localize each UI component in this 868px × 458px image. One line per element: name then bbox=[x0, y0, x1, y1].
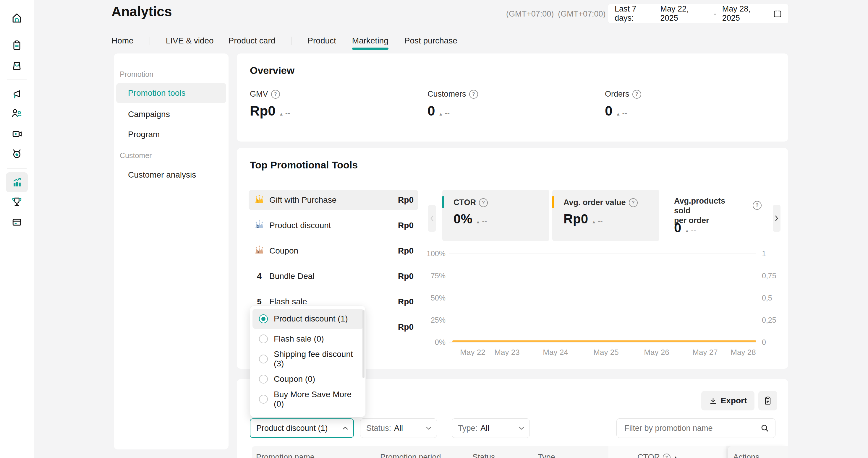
delta-up-icon: ▲ bbox=[476, 219, 480, 224]
tool-name: Coupon bbox=[269, 246, 298, 256]
tab-product[interactable]: Product bbox=[307, 36, 336, 45]
video-camera-icon[interactable] bbox=[10, 127, 24, 141]
column-label: CTOR bbox=[638, 453, 660, 458]
tool-value: Rp0 bbox=[398, 322, 413, 332]
timezone-label: (GMT+07:00) (GMT+07:00) bbox=[506, 9, 606, 19]
option-label: Product discount (1) bbox=[274, 314, 348, 324]
calendar-icon bbox=[773, 9, 782, 18]
page-title: Analytics bbox=[112, 4, 172, 20]
status-filter[interactable]: Status: All bbox=[360, 418, 437, 438]
tab-product-card[interactable]: Product card bbox=[228, 36, 276, 45]
column-actions: Actions bbox=[733, 453, 760, 458]
delta-value: -- bbox=[691, 225, 696, 234]
y-axis-left-tick: 75% bbox=[414, 271, 445, 280]
metric-card-avg-order-value[interactable]: Avg. order value? Rp0▲-- bbox=[552, 190, 659, 241]
svg-text:1: 1 bbox=[257, 199, 259, 203]
date-range-picker[interactable]: Last 7 days: May 22, 2025 - May 28, 2025 bbox=[608, 4, 789, 23]
gridline bbox=[450, 298, 756, 298]
option-product-discount[interactable]: Product discount (1) bbox=[252, 309, 364, 329]
metric-label: CTOR bbox=[454, 198, 476, 207]
help-icon[interactable]: ? bbox=[469, 90, 478, 99]
delta-value: -- bbox=[598, 217, 603, 225]
y-axis-right-tick: 1 bbox=[762, 250, 766, 258]
download-icon bbox=[709, 396, 717, 405]
type-filter[interactable]: Type: All bbox=[452, 418, 530, 438]
megaphone-marketing-icon[interactable] bbox=[10, 87, 24, 101]
tool-row-gift-with-purchase[interactable]: 1 Gift with Purchase Rp0 bbox=[249, 190, 418, 210]
carousel-left-button[interactable] bbox=[428, 205, 436, 232]
tool-name: Product discount bbox=[269, 221, 331, 230]
menu-section-customer: Customer bbox=[120, 151, 152, 160]
menu-item-campaigns[interactable]: Campaigns bbox=[116, 104, 226, 124]
radio-selected-icon[interactable] bbox=[259, 315, 268, 323]
help-icon[interactable]: ? bbox=[479, 198, 488, 207]
date-range-label: Last 7 days: bbox=[615, 4, 657, 23]
shopping-bag-icon[interactable] bbox=[10, 58, 24, 72]
help-icon[interactable]: ? bbox=[663, 454, 671, 458]
x-axis-tick: May 24 bbox=[543, 348, 568, 357]
radio-icon[interactable] bbox=[259, 355, 268, 363]
menu-item-label: Program bbox=[128, 130, 160, 139]
accent-bar bbox=[442, 196, 444, 208]
delta-up-icon: ▲ bbox=[616, 111, 621, 117]
crown-silver-icon: 2 bbox=[253, 220, 265, 231]
top-tools-title: Top Promotional Tools bbox=[250, 159, 358, 171]
tab-divider bbox=[291, 37, 291, 45]
radio-icon[interactable] bbox=[259, 375, 268, 384]
tool-row-bundle-deal[interactable]: 4 Bundle Deal Rp0 bbox=[249, 266, 418, 286]
export-button[interactable]: Export bbox=[701, 391, 754, 411]
customers-icon[interactable] bbox=[10, 106, 24, 120]
menu-item-program[interactable]: Program bbox=[116, 124, 226, 144]
search-icon[interactable] bbox=[761, 424, 769, 433]
help-icon[interactable]: ? bbox=[271, 90, 280, 99]
help-icon[interactable]: ? bbox=[629, 198, 638, 207]
tab-home[interactable]: Home bbox=[112, 36, 134, 45]
y-axis-right-tick: 0,5 bbox=[762, 294, 772, 302]
option-coupon[interactable]: Coupon (0) bbox=[252, 369, 364, 389]
help-icon[interactable]: ? bbox=[753, 201, 762, 210]
bank-card-icon[interactable] bbox=[10, 215, 24, 229]
carousel-right-button[interactable] bbox=[773, 205, 780, 232]
metric-value: 0 bbox=[428, 103, 435, 119]
icon-rail bbox=[0, 0, 34, 458]
analytics-chart-icon[interactable] bbox=[10, 175, 24, 189]
trophy-icon[interactable] bbox=[10, 195, 24, 209]
tool-row-coupon[interactable]: 3 Coupon Rp0 bbox=[249, 241, 418, 261]
option-flash-sale[interactable]: Flash sale (0) bbox=[252, 329, 364, 349]
radio-icon[interactable] bbox=[259, 334, 268, 344]
menu-item-promotion-tools[interactable]: Promotion tools bbox=[116, 83, 226, 103]
option-shipping-fee-discount[interactable]: Shipping fee discount (3) bbox=[252, 349, 364, 369]
promotion-search bbox=[616, 418, 775, 438]
column-promotion-name: Promotion name bbox=[256, 453, 315, 458]
metric-card-ctor[interactable]: CTOR? 0%▲-- bbox=[442, 190, 549, 241]
orders-clipboard-icon[interactable] bbox=[10, 38, 24, 53]
x-axis-tick: May 23 bbox=[494, 348, 520, 357]
mascot-star-icon[interactable] bbox=[10, 146, 24, 161]
crown-gold-icon: 1 bbox=[253, 194, 265, 206]
tab-marketing[interactable]: Marketing bbox=[352, 36, 389, 45]
column-type: Type bbox=[538, 453, 555, 458]
promotion-table-header: Promotion name Promotion period Status T… bbox=[252, 446, 788, 458]
rail-divider bbox=[7, 79, 27, 79]
home-icon[interactable] bbox=[10, 11, 24, 25]
option-buy-more-save-more[interactable]: Buy More Save More (0) bbox=[252, 389, 364, 409]
tool-row-product-discount[interactable]: 2 Product discount Rp0 bbox=[249, 216, 418, 235]
tool-rank: 5 bbox=[253, 297, 265, 306]
menu-item-customer-analysis[interactable]: Customer analysis bbox=[116, 165, 226, 185]
tab-post-purchase[interactable]: Post purchase bbox=[404, 36, 457, 45]
metric-label: Avg. order value bbox=[563, 198, 626, 207]
search-input[interactable] bbox=[624, 423, 761, 433]
svg-text:3: 3 bbox=[257, 250, 259, 254]
tab-live-video[interactable]: LIVE & video bbox=[166, 36, 214, 45]
report-note-button[interactable] bbox=[758, 391, 777, 411]
radio-icon[interactable] bbox=[259, 395, 268, 404]
delta-value: -- bbox=[482, 217, 487, 225]
dropdown-scrollbar[interactable] bbox=[363, 310, 365, 378]
help-icon[interactable]: ? bbox=[632, 90, 641, 99]
metric-card-avg-products-sold[interactable]: Avg.products sold per order ? 0▲-- bbox=[664, 190, 772, 241]
y-axis-left-tick: 50% bbox=[414, 294, 445, 302]
metric-label: Orders bbox=[605, 90, 629, 99]
tool-filter-dropdown[interactable]: Product discount (1) bbox=[250, 418, 354, 438]
metric-label: Customers bbox=[428, 90, 466, 99]
column-ctor-sortable[interactable]: CTOR ? ▲ bbox=[638, 453, 678, 458]
